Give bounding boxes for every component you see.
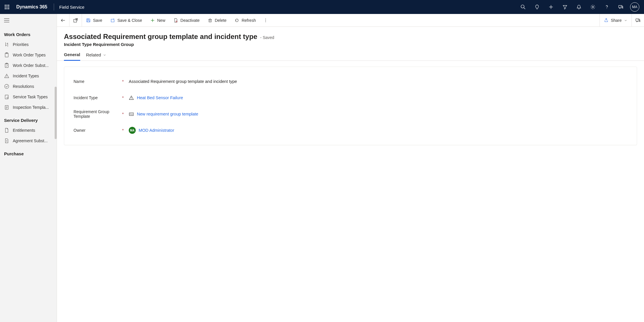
field-label: Owner: [74, 128, 117, 133]
sidebar-item-resolutions[interactable]: Resolutions: [0, 81, 57, 92]
app-name-label[interactable]: Field Service: [56, 5, 88, 10]
save-close-icon: [110, 18, 115, 23]
clipboard-icon: [4, 52, 9, 58]
sidebar-item-label: Agreement Subst...: [13, 138, 48, 143]
svg-point-9: [521, 5, 524, 8]
save-close-button[interactable]: Save & Close: [106, 14, 146, 26]
field-value-text: Heat Bed Sensor Failure: [137, 95, 183, 100]
assistant-top-button[interactable]: [614, 0, 628, 14]
tab-label: Related: [86, 52, 101, 57]
chevron-down-icon: [103, 53, 106, 57]
requirement-group-template-lookup[interactable]: New requirement group template: [129, 111, 627, 117]
share-label: Share: [611, 18, 622, 23]
svg-point-28: [7, 97, 8, 98]
card-icon: [129, 111, 134, 117]
top-divider: [54, 3, 54, 10]
save-close-label: Save & Close: [117, 18, 142, 23]
app-launcher-button[interactable]: [0, 0, 14, 14]
delete-label: Delete: [215, 18, 226, 23]
deactivate-button[interactable]: Deactivate: [169, 14, 204, 26]
form-body: Name * Associated Requirement group temp…: [57, 61, 644, 322]
sidebar-section-service-delivery: Service Delivery: [0, 113, 57, 125]
sidebar-item-entitlements[interactable]: Entitlements: [0, 125, 57, 136]
command-bar: Save Save & Close New Deactivate Delete …: [57, 14, 644, 27]
required-indicator: *: [121, 79, 125, 84]
delete-button[interactable]: Delete: [204, 14, 230, 26]
incident-type-lookup[interactable]: Heat Bed Sensor Failure: [129, 95, 627, 100]
new-button[interactable]: New: [146, 14, 169, 26]
sidebar-toggle-button[interactable]: [0, 14, 57, 27]
share-button[interactable]: Share: [600, 18, 632, 23]
priority-icon: [4, 42, 9, 47]
sidebar-item-label: Incident Types: [13, 74, 39, 78]
sidebar-item-label: Work Order Subst...: [13, 63, 49, 68]
svg-point-14: [592, 6, 593, 8]
funnel-icon: [562, 4, 568, 10]
settings-button[interactable]: [586, 0, 600, 14]
filter-button[interactable]: [558, 0, 572, 14]
svg-point-54: [131, 99, 131, 99]
arrow-left-icon: [60, 18, 66, 23]
required-indicator: *: [121, 128, 125, 133]
sidebar-item-label: Service Task Types: [13, 95, 48, 99]
waffle-icon: [4, 4, 10, 10]
tab-general[interactable]: General: [64, 52, 80, 61]
sidebar-item-agreement-substatuses[interactable]: Agreement Subst...: [0, 136, 57, 146]
sidebar-item-priorities[interactable]: Priorities: [0, 39, 57, 50]
svg-point-26: [5, 84, 9, 88]
sidebar-scrollbar[interactable]: [55, 87, 57, 139]
warning-icon: [4, 73, 9, 79]
avatar-initials: MA: [632, 5, 637, 9]
notifications-button[interactable]: [572, 0, 586, 14]
svg-point-8: [8, 8, 9, 9]
checkmark-circle-icon: [4, 84, 9, 89]
record-entity-name: Incident Type Requirement Group: [64, 42, 637, 47]
back-button[interactable]: [57, 14, 69, 26]
popout-icon: [73, 18, 78, 23]
refresh-button[interactable]: Refresh: [230, 14, 260, 26]
main-content: Save Save & Close New Deactivate Delete …: [57, 14, 644, 322]
search-button[interactable]: [516, 0, 530, 14]
required-indicator: *: [121, 95, 125, 100]
sidebar-item-service-task-types[interactable]: Service Task Types: [0, 92, 57, 102]
field-owner: Owner * MA MOD Administrator: [74, 122, 627, 138]
sidebar-item-label: Work Order Types: [13, 53, 46, 57]
brand-label[interactable]: Dynamics 365: [14, 4, 52, 10]
sidebar-item-inspection-templates[interactable]: Inspection Templa...: [0, 102, 57, 113]
more-vertical-icon: [263, 18, 268, 23]
save-button[interactable]: Save: [82, 14, 106, 26]
save-icon: [86, 18, 91, 23]
new-label: New: [157, 18, 165, 23]
sidebar-item-work-order-types[interactable]: Work Order Types: [0, 50, 57, 60]
field-label: Requirement Group Template: [74, 109, 117, 119]
sidebar-item-incident-types[interactable]: Incident Types: [0, 71, 57, 81]
clipboard-list-icon: [4, 105, 9, 110]
user-avatar[interactable]: MA: [630, 2, 639, 12]
svg-point-56: [130, 114, 131, 115]
plus-icon: [548, 4, 554, 10]
popout-button[interactable]: [69, 14, 82, 26]
document-icon: [4, 128, 9, 133]
svg-point-4: [7, 7, 8, 8]
quick-create-button[interactable]: [544, 0, 558, 14]
assistant-pane-button[interactable]: [632, 14, 644, 26]
owner-avatar: MA: [129, 127, 136, 134]
name-input[interactable]: Associated Requirement group template an…: [129, 79, 627, 84]
svg-rect-39: [87, 20, 89, 22]
global-top-bar: Dynamics 365 Field Service MA: [0, 0, 644, 14]
sidebar-item-work-order-substatuses[interactable]: Work Order Subst...: [0, 60, 57, 71]
overflow-button[interactable]: [260, 14, 271, 26]
deactivate-label: Deactivate: [180, 18, 200, 23]
svg-point-51: [265, 21, 266, 22]
left-sidebar: Work Orders Priorities Work Order Types …: [0, 14, 57, 322]
record-header: Associated Requirement group template an…: [57, 27, 644, 47]
sidebar-item-label: Inspection Templa...: [13, 105, 49, 110]
svg-point-0: [5, 5, 6, 6]
general-section-card: Name * Associated Requirement group temp…: [64, 67, 637, 145]
owner-initials: MA: [130, 129, 135, 132]
owner-lookup[interactable]: MA MOD Administrator: [129, 127, 627, 134]
help-button[interactable]: [600, 0, 614, 14]
insights-button[interactable]: [530, 0, 544, 14]
tab-related[interactable]: Related: [86, 52, 106, 61]
warning-icon: [129, 95, 134, 100]
